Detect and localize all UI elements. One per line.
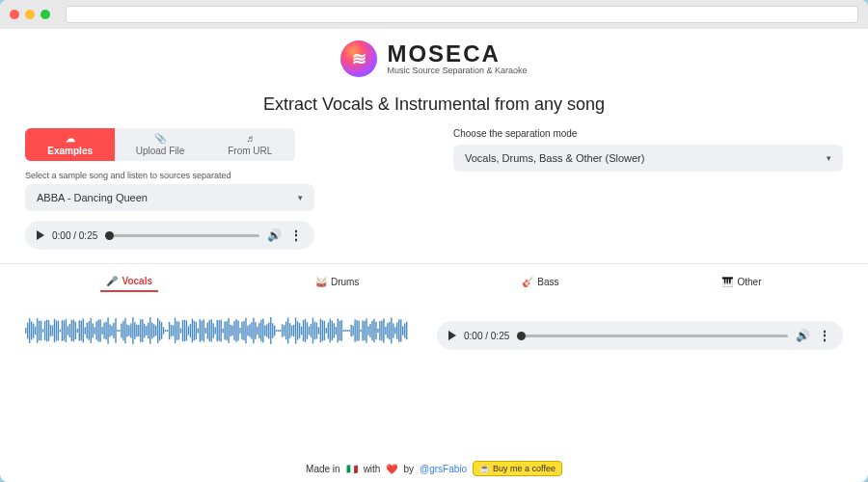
tab-label: Vocals [122, 276, 152, 286]
tab-label: Bass [537, 277, 558, 287]
svg-rect-119 [253, 318, 254, 344]
svg-rect-148 [309, 327, 310, 335]
svg-rect-2 [29, 318, 30, 343]
svg-rect-19 [62, 320, 63, 341]
svg-rect-60 [140, 319, 141, 341]
svg-rect-147 [307, 322, 308, 339]
more-options-icon[interactable]: ⋮ [289, 228, 303, 243]
svg-rect-32 [87, 323, 88, 338]
svg-rect-180 [369, 324, 370, 337]
tab-from-url[interactable]: ♬ From URL [205, 128, 295, 161]
svg-rect-17 [58, 321, 59, 341]
svg-rect-59 [138, 325, 139, 336]
tab-upload-file[interactable]: 📎 Upload File [115, 128, 204, 161]
svg-rect-138 [289, 323, 290, 338]
svg-rect-94 [205, 328, 206, 334]
separation-mode-select[interactable]: Vocals, Drums, Bass & Other (Slower) ▾ [453, 145, 843, 172]
volume-icon[interactable]: 🔊 [267, 228, 282, 242]
svg-rect-155 [322, 320, 323, 340]
volume-icon[interactable]: 🔊 [796, 329, 810, 342]
svg-rect-5 [35, 327, 36, 335]
svg-rect-66 [151, 323, 152, 339]
svg-rect-116 [247, 326, 248, 336]
brand-text: MOSECA Music Source Separation & Karaoke [387, 42, 527, 75]
svg-rect-11 [46, 320, 47, 342]
svg-rect-111 [237, 321, 238, 341]
svg-rect-76 [171, 325, 172, 336]
svg-rect-149 [311, 324, 312, 337]
svg-rect-175 [360, 330, 361, 332]
attachment-icon: 📎 [154, 134, 166, 144]
svg-rect-162 [336, 327, 337, 335]
svg-rect-45 [111, 326, 112, 335]
svg-rect-58 [136, 325, 137, 337]
svg-rect-36 [94, 327, 95, 334]
svg-rect-38 [97, 320, 98, 342]
seek-bar[interactable] [517, 335, 788, 337]
tab-label: Drums [331, 277, 359, 287]
svg-rect-84 [186, 320, 187, 340]
tab-drums[interactable]: 🥁 Drums [310, 272, 365, 292]
address-bar[interactable] [66, 6, 858, 23]
svg-rect-182 [373, 319, 374, 342]
svg-rect-40 [101, 327, 102, 335]
svg-rect-16 [56, 321, 57, 341]
svg-rect-102 [220, 319, 221, 341]
svg-rect-62 [144, 324, 145, 338]
svg-rect-195 [398, 319, 399, 342]
play-button[interactable] [37, 230, 44, 240]
maximize-window-icon[interactable] [41, 10, 50, 19]
svg-rect-0 [25, 328, 26, 334]
bmc-label: Buy me a coffee [493, 464, 556, 473]
svg-rect-133 [280, 330, 281, 332]
svg-rect-87 [192, 319, 193, 343]
input-source-tabs: ☁ Examples 📎 Upload File ♬ From URL [25, 128, 295, 161]
svg-rect-152 [316, 323, 317, 339]
time-display: 0:00 / 0:25 [52, 230, 97, 241]
tab-bass[interactable]: 🎸 Bass [516, 272, 564, 292]
svg-rect-135 [284, 325, 285, 335]
svg-rect-13 [50, 325, 51, 336]
tab-examples[interactable]: ☁ Examples [25, 128, 115, 161]
svg-rect-121 [257, 327, 258, 335]
svg-rect-120 [255, 322, 256, 339]
select-value: ABBA - Dancing Queen [37, 192, 148, 203]
svg-rect-114 [243, 321, 244, 340]
close-window-icon[interactable] [10, 10, 19, 19]
svg-rect-173 [356, 320, 357, 341]
guitar-icon: 🎸 [522, 277, 533, 287]
svg-rect-117 [249, 324, 250, 336]
svg-rect-90 [198, 328, 199, 333]
author-link[interactable]: @grsFabio [420, 464, 467, 474]
svg-rect-72 [163, 327, 164, 334]
svg-rect-158 [328, 323, 329, 339]
tab-other[interactable]: 🎹 Other [716, 272, 767, 292]
svg-rect-63 [146, 326, 147, 335]
flag-icon: 🇮🇹 [346, 464, 358, 474]
tab-vocals[interactable]: 🎤 Vocals [100, 272, 158, 292]
seek-bar[interactable] [105, 234, 259, 237]
svg-rect-124 [262, 319, 263, 343]
svg-rect-140 [293, 325, 294, 337]
svg-rect-160 [332, 321, 333, 340]
play-button[interactable] [448, 331, 456, 340]
svg-rect-89 [196, 322, 197, 339]
svg-rect-126 [266, 324, 267, 336]
svg-rect-85 [188, 326, 189, 335]
original-audio-player: 0:00 / 0:25 🔊 ⋮ [25, 221, 314, 250]
minimize-window-icon[interactable] [25, 10, 35, 19]
svg-rect-118 [251, 322, 252, 338]
svg-rect-68 [155, 326, 156, 336]
buy-me-coffee-button[interactable]: ☕ Buy me a coffee [473, 461, 562, 476]
svg-rect-22 [68, 326, 68, 335]
svg-rect-104 [224, 322, 225, 340]
sample-song-select[interactable]: ABBA - Dancing Queen ▾ [25, 184, 314, 211]
svg-rect-26 [75, 322, 76, 339]
svg-rect-181 [371, 321, 372, 340]
svg-rect-77 [173, 325, 174, 335]
svg-rect-27 [77, 329, 78, 333]
more-options-icon[interactable]: ⋮ [818, 328, 831, 343]
svg-rect-42 [105, 322, 106, 340]
svg-rect-20 [64, 321, 65, 341]
svg-rect-143 [299, 323, 300, 338]
